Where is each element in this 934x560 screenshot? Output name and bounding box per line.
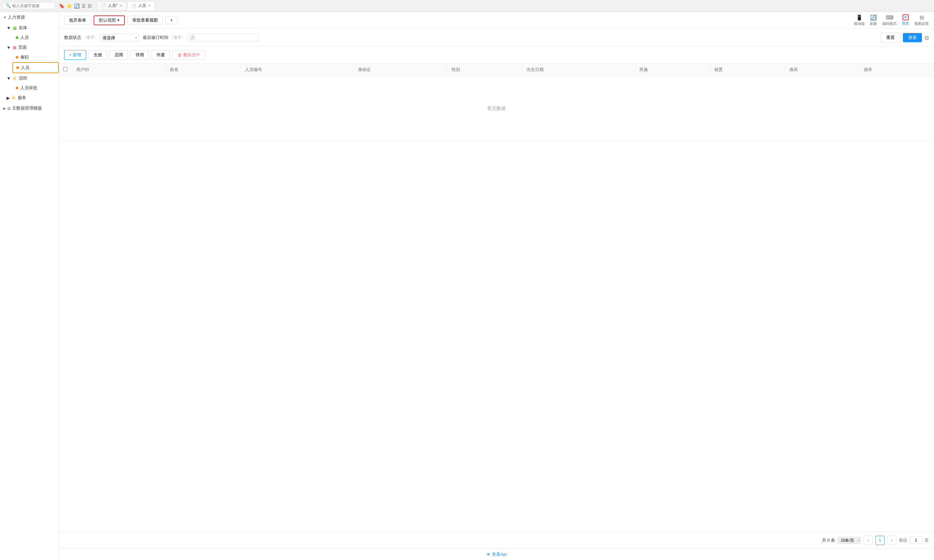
window-icon[interactable]: ⊟ bbox=[88, 3, 92, 9]
personnel-entity-label: 人员 bbox=[20, 35, 29, 40]
page-size-wrap: 10条/页 20条/页 50条/页 bbox=[838, 537, 861, 544]
table-head: 用户ID 姓名 人员编号 身份证 性别 bbox=[59, 63, 934, 76]
page-arrow-icon: ▼ bbox=[6, 45, 11, 50]
personnel-page-label: 人员 bbox=[21, 65, 29, 71]
entity-arrow-icon: ▼ bbox=[6, 26, 11, 31]
filter-actions: 重置 搜索 ⊟ bbox=[881, 33, 929, 43]
disable-button[interactable]: 停用 bbox=[131, 50, 149, 60]
effective-button[interactable]: 生效 bbox=[89, 50, 107, 60]
tab-icon-page: 📄 bbox=[101, 4, 106, 8]
tab-label: 人员 bbox=[138, 3, 146, 9]
th-gender: 性别 bbox=[448, 63, 522, 76]
view-settings-label: 视图设置 bbox=[914, 21, 929, 26]
approval-label: 人员审批 bbox=[20, 85, 37, 91]
refresh-action[interactable]: 🔄 刷新 bbox=[870, 14, 877, 26]
view-settings-action[interactable]: ⊟ 视图设置 bbox=[914, 14, 929, 26]
search-box[interactable]: 🔍 bbox=[3, 2, 55, 9]
data-status-select[interactable]: 请选择 bbox=[100, 34, 139, 42]
refresh-label: 刷新 bbox=[870, 21, 877, 26]
th-ethnicity: 民族 bbox=[635, 63, 710, 76]
refresh-icon[interactable]: 🔄 bbox=[74, 3, 80, 9]
search-input[interactable] bbox=[12, 4, 51, 8]
goto-label: 前往 bbox=[899, 537, 908, 543]
hr-arrow-icon: ▼ bbox=[3, 16, 6, 19]
col-name-label: 姓名 bbox=[170, 67, 179, 72]
low-form-button[interactable]: 低开表单 bbox=[64, 16, 91, 25]
master-label: 主数据管理模版 bbox=[12, 105, 42, 111]
draft-button[interactable]: 作废 bbox=[151, 50, 170, 60]
entity-label: 实体 bbox=[19, 25, 27, 31]
delete-button[interactable]: 🗑 删除选中 bbox=[173, 50, 205, 60]
table-wrap: 用户ID 姓名 人员编号 身份证 性别 bbox=[59, 63, 934, 532]
th-personnel-no: 人员编号 bbox=[241, 63, 354, 76]
api-link[interactable]: 👁 查看Api bbox=[481, 549, 512, 560]
col-height-label: 身高 bbox=[789, 67, 798, 72]
sidebar-item-entity[interactable]: ▼ ▦ 实体 bbox=[3, 23, 59, 33]
preview-icon-wrap: 👁 bbox=[903, 14, 909, 20]
sidebar-item-part-time[interactable]: 兼职 bbox=[12, 52, 59, 62]
tab-personnel[interactable]: 📄 人员 ✕ bbox=[127, 1, 155, 10]
page-goto: 前往 页 bbox=[899, 537, 929, 544]
tab-close-modified[interactable]: ✕ bbox=[119, 4, 122, 8]
tab-close[interactable]: ✕ bbox=[148, 4, 151, 8]
pagination: 共 0 条 10条/页 20条/页 50条/页 ‹ 1 › 前往 页 bbox=[59, 532, 934, 549]
enable-button[interactable]: 启用 bbox=[110, 50, 128, 60]
sidebar-item-flow[interactable]: ▼ ⚙ 流程 bbox=[3, 73, 59, 83]
reset-button[interactable]: 重置 bbox=[881, 33, 900, 43]
preview-action[interactable]: 👁 预览 bbox=[902, 14, 909, 26]
th-user-id: 用户ID bbox=[72, 63, 166, 76]
col-ethnicity-label: 民族 bbox=[639, 67, 648, 72]
approve-view-button[interactable]: 审批查看视图 bbox=[127, 16, 163, 25]
list-icon[interactable]: ☰ bbox=[82, 3, 86, 9]
mobile-icon: 📱 bbox=[856, 14, 863, 21]
code-mode-action[interactable]: ⌨ 编码模式 bbox=[882, 14, 897, 26]
star-icon[interactable]: ⭐ bbox=[66, 3, 72, 9]
filter-bar: 数据状态 〈等于〉 请选择 最后修订时间 〈等于〉 🕐 重置 搜索 ⊟ bbox=[59, 29, 934, 47]
prev-page-button[interactable]: ‹ bbox=[864, 536, 873, 545]
sidebar-group-hr-title[interactable]: ▼ 人力资源 bbox=[0, 12, 59, 23]
preview-icon: 👁 bbox=[904, 15, 908, 19]
sidebar-item-page[interactable]: ▼ ⊞ 页面 bbox=[3, 43, 59, 52]
sidebar-item-service[interactable]: ▶ ⚙ 服务 bbox=[3, 93, 59, 103]
col-actions-label: 操作 bbox=[864, 67, 872, 72]
empty-tip: 暂无数据 bbox=[63, 80, 930, 138]
add-view-button[interactable]: + bbox=[165, 16, 178, 24]
part-time-label: 兼职 bbox=[20, 54, 29, 60]
sidebar-group-hr: ▼ 人力资源 ▼ ▦ 实体 人员 ▼ bbox=[0, 12, 59, 103]
date-input-wrap[interactable]: 🕐 bbox=[187, 34, 259, 42]
page-size-select[interactable]: 10条/页 20条/页 50条/页 bbox=[838, 537, 861, 544]
dot-green-icon bbox=[16, 36, 19, 39]
toolbar-right: 📱 移动端 🔄 刷新 ⌨ 编码模式 👁 预览 bbox=[854, 14, 929, 26]
service-arrow-icon: ▶ bbox=[6, 95, 10, 100]
default-view-button[interactable]: 默认视图 ▾ bbox=[94, 15, 125, 25]
tab-personnel-modified[interactable]: 📄 人员* ✕ bbox=[97, 1, 127, 10]
goto-input[interactable] bbox=[909, 537, 923, 544]
sidebar-item-personnel-entity[interactable]: 人员 bbox=[12, 33, 59, 43]
preview-label: 预览 bbox=[902, 21, 909, 26]
data-status-op: 〈等于〉 bbox=[83, 35, 98, 40]
th-id-card: 身份证 bbox=[354, 63, 448, 76]
top-bar: 🔍 🔖 ⭐ 🔄 ☰ ⊟ 📄 人员* ✕ 📄 人员 ✕ bbox=[0, 0, 934, 12]
filter-data-status: 数据状态 〈等于〉 请选择 bbox=[64, 34, 139, 42]
dot-orange-parttime bbox=[16, 56, 19, 58]
th-birthplace: 籍贯 bbox=[710, 63, 785, 76]
flow-children: 人员审批 bbox=[3, 83, 59, 93]
mobile-action[interactable]: 📱 移动端 bbox=[854, 14, 865, 26]
last-modified-label: 最后修订时间 bbox=[143, 35, 168, 40]
service-icon: ⚙ bbox=[12, 95, 16, 100]
bookmark-icon[interactable]: 🔖 bbox=[59, 3, 65, 9]
sidebar-group-master-title[interactable]: ▶ ⊙ 主数据管理模版 bbox=[0, 103, 59, 114]
flow-icon: ⚙ bbox=[13, 76, 17, 81]
th-checkbox[interactable] bbox=[59, 63, 72, 76]
col-user-id-label: 用户ID bbox=[76, 67, 89, 72]
filter-icon[interactable]: ⊟ bbox=[925, 35, 929, 41]
search-button[interactable]: 搜索 bbox=[903, 33, 922, 42]
sidebar-item-approval[interactable]: 人员审批 bbox=[12, 83, 59, 93]
next-page-button[interactable]: › bbox=[887, 536, 896, 545]
new-button[interactable]: + 新增 bbox=[64, 50, 86, 60]
settings-icon: ⊟ bbox=[920, 14, 924, 21]
hr-group-label: 人力资源 bbox=[8, 14, 25, 20]
sidebar-item-personnel-page[interactable]: 人员 bbox=[12, 62, 59, 73]
action-bar: + 新增 生效 启用 停用 作废 🗑 删除选中 bbox=[59, 47, 934, 63]
select-all-checkbox[interactable] bbox=[63, 67, 68, 71]
